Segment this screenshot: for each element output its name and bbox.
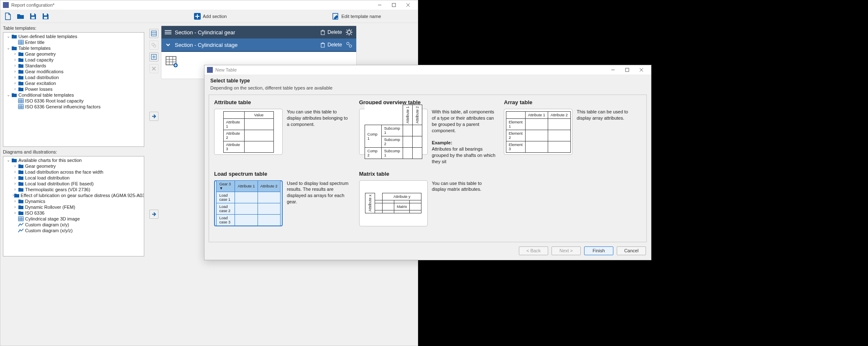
window-title: Report configuration* xyxy=(11,3,54,8)
cancel-button[interactable]: Cancel xyxy=(617,246,646,255)
tree-item[interactable]: ›Load distribution xyxy=(3,74,144,80)
remove-button xyxy=(149,64,158,73)
diagrams-tree[interactable]: ⌄Available charts for this section›Gear … xyxy=(3,156,144,256)
tree-item[interactable]: Custom diagram (x/y/z) xyxy=(3,228,144,233)
tree-item[interactable]: ISO 6336 Root load capacity xyxy=(3,98,144,104)
maximize-button[interactable] xyxy=(387,0,401,10)
attribute-table-title: Attribute table xyxy=(214,99,352,105)
tree-item-label: Gear modifications xyxy=(25,69,64,74)
tree-toggle-icon[interactable]: ⌄ xyxy=(6,45,11,51)
open-folder-button[interactable] xyxy=(15,11,26,21)
tree-toggle-icon[interactable]: ⌄ xyxy=(6,33,11,39)
tree-item[interactable]: ⌄User-defined table templates xyxy=(3,33,144,39)
chart-icon xyxy=(18,228,24,233)
arrow-right-button-1[interactable] xyxy=(149,112,158,121)
tree-toggle-icon[interactable]: › xyxy=(13,63,18,69)
dialog-close-button[interactable] xyxy=(634,65,648,74)
grouped-table-card[interactable]: Attribute 1Attribute 2 Comp 1Subcomp 1 S… xyxy=(359,109,428,155)
array-table-title: Array table xyxy=(504,99,641,105)
new-file-button[interactable] xyxy=(3,11,13,21)
matrix-table-card[interactable]: Attribute xAttribute y Matrix xyxy=(359,180,428,226)
add-button[interactable] xyxy=(149,52,158,62)
tree-item[interactable]: ›Standards xyxy=(3,63,144,69)
close-button[interactable] xyxy=(401,0,415,10)
finish-button[interactable]: Finish xyxy=(584,246,613,255)
loadspec-table-card[interactable]: Gear 3 ▼Attribute 1Attribute 2 Load case… xyxy=(214,180,283,226)
insert-table-button[interactable] xyxy=(149,29,158,38)
section-header-gear[interactable]: Section - Cylindrical gear Delete xyxy=(161,26,356,38)
tree-item[interactable]: ›Gear excitation xyxy=(3,80,144,86)
tree-item-label: Load capacity xyxy=(25,57,54,63)
tree-item[interactable]: ⌄Conditional table templates xyxy=(3,92,144,98)
tree-item[interactable]: ›Dynamics xyxy=(3,198,144,204)
tree-item[interactable]: ›Power losses xyxy=(3,86,144,92)
tree-toggle-icon[interactable]: › xyxy=(13,86,18,92)
tree-item[interactable]: ›Thermoplastic gears (VDI 2736) xyxy=(3,187,144,192)
gear-icon[interactable] xyxy=(345,28,353,36)
tree-item-label: ISO 6336 General influencing factors xyxy=(25,104,100,110)
svg-rect-7 xyxy=(44,17,47,19)
tree-toggle-icon[interactable]: › xyxy=(13,175,18,181)
tree-item[interactable]: ›Gear modifications xyxy=(3,69,144,74)
chevron-down-icon xyxy=(165,42,171,48)
array-table-card[interactable]: Attribute 1Attribute 2 Element 1 Element… xyxy=(504,109,572,155)
dialog-maximize-button[interactable] xyxy=(620,65,634,74)
gears-icon[interactable] xyxy=(345,41,353,49)
tree-item[interactable]: ISO 6336 General influencing factors xyxy=(3,104,144,110)
tree-toggle-icon[interactable]: › xyxy=(13,57,18,63)
tree-item[interactable]: ›Gear geometry xyxy=(3,51,144,57)
save-as-button[interactable] xyxy=(41,11,51,21)
section-gear-delete[interactable]: Delete xyxy=(320,29,342,35)
tree-item[interactable]: ⌄Table templates xyxy=(3,45,144,51)
edit-template-name-button[interactable]: Edit template name xyxy=(332,13,381,20)
svg-point-50 xyxy=(349,45,352,47)
tree-toggle-icon[interactable]: › xyxy=(13,69,18,74)
svg-point-45 xyxy=(347,31,351,34)
table-icon xyxy=(18,39,24,45)
tree-item-label: User-defined table templates xyxy=(18,33,77,39)
tree-item[interactable]: ›Load distribution across the face width xyxy=(3,169,144,175)
loadspec-table-desc: Used to display load spectrum results. T… xyxy=(287,180,352,205)
tree-toggle-icon[interactable]: › xyxy=(13,181,18,187)
tree-toggle-icon[interactable]: › xyxy=(13,198,18,204)
tree-item-label: Gear geometry xyxy=(25,163,56,169)
tree-item[interactable]: ›ISO 6336 xyxy=(3,210,144,216)
add-section-button[interactable]: Add section xyxy=(194,13,227,20)
section-stage-delete[interactable]: Delete xyxy=(320,42,342,48)
table-templates-tree[interactable]: ⌄User-defined table templatesEnter title… xyxy=(3,32,144,147)
tree-toggle-icon[interactable]: › xyxy=(13,204,18,210)
tree-item[interactable]: ›Load capacity xyxy=(3,57,144,63)
dialog-minimize-button[interactable] xyxy=(606,65,620,74)
attribute-table-card[interactable]: Value Attribute 1 Attribute 2 Attribute … xyxy=(214,109,283,155)
tree-item[interactable]: Cylindrical stage 3D image xyxy=(3,216,144,222)
tree-item[interactable]: ›Dynamic Rollover (FEM) xyxy=(3,204,144,210)
tree-toggle-icon[interactable]: › xyxy=(13,210,18,216)
tree-item[interactable]: Enter title xyxy=(3,39,144,45)
tree-toggle-icon[interactable]: › xyxy=(13,187,18,192)
folder-icon xyxy=(11,92,18,98)
tree-toggle-icon[interactable]: ⌄ xyxy=(6,157,11,163)
tree-item[interactable]: ⌄Available charts for this section xyxy=(3,157,144,163)
tree-item[interactable]: ›Local load distribution xyxy=(3,175,144,181)
tree-toggle-icon[interactable]: › xyxy=(13,163,18,169)
link-button xyxy=(149,41,158,50)
add-table-icon[interactable] xyxy=(166,56,178,68)
tree-toggle-icon[interactable]: › xyxy=(13,169,18,175)
tree-item[interactable]: ›Local load distribution (FE based) xyxy=(3,181,144,187)
tree-item-label: Dynamic Rollover (FEM) xyxy=(25,204,75,210)
tree-item[interactable]: ›Effect of lubrication on gear surface d… xyxy=(3,192,144,198)
save-button[interactable] xyxy=(28,11,38,21)
tree-item[interactable]: Custom diagram (x/y) xyxy=(3,222,144,228)
tree-toggle-icon[interactable]: ⌄ xyxy=(6,92,11,98)
tree-item[interactable]: ›Gear geometry xyxy=(3,163,144,169)
minimize-button[interactable] xyxy=(373,0,387,10)
folder-icon xyxy=(18,51,24,57)
arrow-right-button-2[interactable] xyxy=(149,210,158,219)
tree-toggle-icon[interactable]: › xyxy=(13,51,18,57)
tree-item-label: Thermoplastic gears (VDI 2736) xyxy=(25,187,90,192)
tree-toggle-icon[interactable]: › xyxy=(13,74,18,80)
tree-toggle-icon[interactable]: › xyxy=(13,80,18,86)
tree-item-label: Table templates xyxy=(18,45,51,51)
section-header-stage[interactable]: Section - Cylindrical stage Delete xyxy=(161,38,356,51)
edit-icon xyxy=(332,13,340,20)
